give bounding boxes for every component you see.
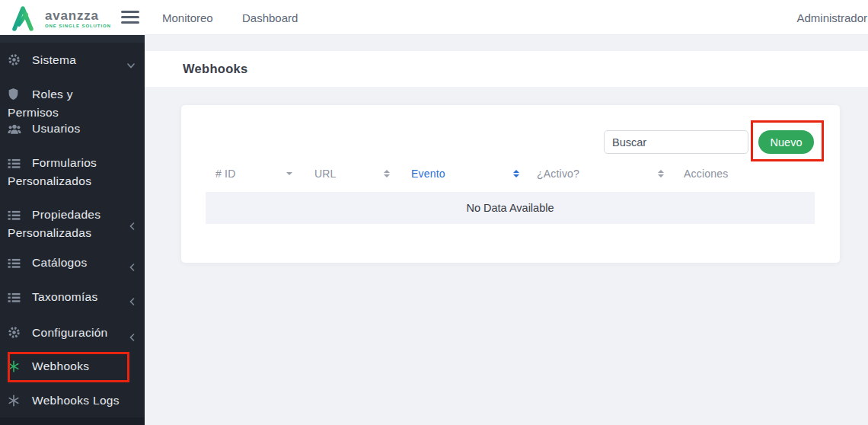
sidebar-item-label: Catálogos: [32, 256, 88, 269]
webhooks-card: Nuevo # ID URL Evento ¿Activo? Acciones …: [181, 105, 840, 263]
webhook-icon: [8, 360, 22, 376]
sidebar-item-label: Usuarios: [32, 122, 81, 135]
sidebar-item-usuarios[interactable]: Usuarios: [0, 120, 145, 139]
table-header-row: # ID URL Evento ¿Activo? Acciones: [181, 165, 840, 183]
list-icon: [8, 257, 22, 273]
column-header-evento[interactable]: Evento: [411, 165, 445, 183]
webhook-icon: [8, 395, 22, 411]
column-header-id[interactable]: # ID: [215, 165, 235, 183]
no-data-message: No Data Available: [466, 202, 554, 214]
sidebar-item-propiedades-personalizadas[interactable]: Propiedades Personalizadas: [0, 206, 145, 241]
users-icon: [8, 123, 22, 139]
sidebar-item-webhooks-logs[interactable]: Webhooks Logs: [0, 392, 145, 411]
column-header-activo[interactable]: ¿Activo?: [537, 165, 579, 183]
gear-icon: [8, 326, 22, 343]
sidebar-item-catalogos[interactable]: Catálogos: [0, 254, 145, 273]
chevron-left-icon: [129, 259, 135, 275]
empty-table-row: No Data Available: [206, 192, 815, 224]
sidebar-item-webhooks[interactable]: Webhooks: [0, 358, 145, 376]
sidebar-item-label: Configuración: [32, 326, 108, 339]
sort-both-icon[interactable]: [513, 165, 519, 183]
sort-both-icon[interactable]: [384, 165, 390, 183]
chevron-down-icon: [127, 56, 135, 72]
sidebar-item-label: Webhooks Logs: [32, 394, 120, 407]
page-title: Webhooks: [183, 51, 248, 87]
sidebar-item-sistema[interactable]: Sistema: [0, 52, 145, 70]
app-root: avanzza ONE SINGLE SOLUTION Monitoreo Da…: [0, 0, 868, 425]
sidebar-footer-strip: [0, 417, 145, 425]
sidebar-item-taxonomias[interactable]: Taxonomías: [0, 289, 145, 307]
nuevo-button[interactable]: Nuevo: [758, 130, 814, 154]
page-title-band: Webhooks: [145, 51, 868, 87]
brand-text: avanzza ONE SINGLE SOLUTION: [45, 9, 111, 28]
nav-dashboard[interactable]: Dashboard: [242, 0, 298, 35]
chevron-left-icon: [129, 329, 135, 345]
list-icon: [8, 209, 22, 225]
sidebar-item-label: Sistema: [32, 53, 76, 66]
top-header: avanzza ONE SINGLE SOLUTION Monitoreo Da…: [0, 0, 868, 35]
shield-icon: [8, 88, 22, 104]
hamburger-menu-icon[interactable]: [121, 11, 139, 24]
search-input[interactable]: [604, 130, 748, 154]
sidebar-item-configuracion[interactable]: Configuración: [0, 324, 145, 343]
user-menu[interactable]: Administrador: [796, 0, 867, 35]
sort-desc-icon[interactable]: [286, 165, 292, 183]
sidebar-item-roles-y-permisos[interactable]: Roles y Permisos: [0, 86, 145, 120]
sidebar-item-label: Webhooks: [32, 359, 89, 372]
sidebar-item-label: Taxonomías: [32, 290, 98, 303]
avanzza-logo-icon: [10, 5, 39, 32]
chevron-left-icon: [129, 293, 135, 309]
nav-monitoreo[interactable]: Monitoreo: [162, 0, 213, 35]
gear-icon: [8, 53, 22, 70]
chevron-left-icon: [129, 218, 135, 234]
main-content: Webhooks Nuevo # ID URL Evento ¿Activo? …: [145, 35, 868, 425]
sidebar: Sistema Roles y Permisos Usuarios Formul…: [0, 35, 145, 425]
brand-tagline: ONE SINGLE SOLUTION: [45, 24, 111, 28]
sidebar-item-formularios-personalizados[interactable]: Formularios Personalizados: [0, 155, 145, 189]
list-icon: [8, 157, 22, 173]
sort-both-icon[interactable]: [658, 165, 664, 183]
column-header-acciones[interactable]: Acciones: [684, 165, 728, 183]
column-header-url[interactable]: URL: [314, 165, 337, 183]
list-icon: [8, 291, 22, 307]
brand-name: avanzza: [45, 9, 111, 22]
brand-logo[interactable]: avanzza ONE SINGLE SOLUTION: [10, 3, 111, 34]
